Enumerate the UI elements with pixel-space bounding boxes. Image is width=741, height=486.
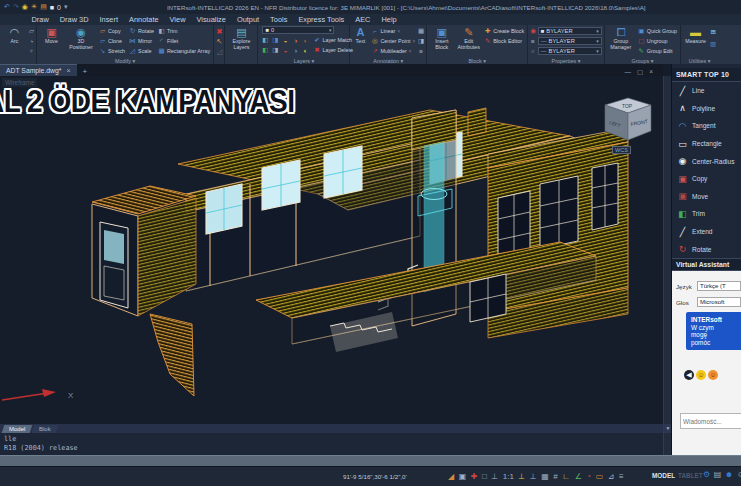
groups-small-button[interactable]: ▢ Ungroup [637, 37, 678, 45]
menu-item[interactable]: Express Tools [293, 15, 350, 24]
menu-item[interactable]: Visualize [191, 15, 231, 24]
block-small-button[interactable]: ✎ Block Editor [483, 37, 525, 45]
status-toggle-icon[interactable]: ≡ [619, 470, 624, 483]
utilities-mini-icon[interactable]: ▥ [710, 40, 716, 48]
move-button[interactable]: ▣ Move [39, 26, 64, 45]
quick-access-icon[interactable]: ☀ [31, 3, 37, 11]
smart-top10-header[interactable]: SMART TOP 10 [672, 68, 741, 82]
status-right-icon[interactable]: ⚙ [703, 470, 710, 479]
voice-select[interactable]: Microsoft [697, 297, 741, 307]
arc-extra-icon[interactable]: ▱ [29, 27, 34, 35]
layer-tool-icon[interactable]: ◒ [283, 37, 287, 44]
text-button[interactable]: A Text [352, 26, 368, 45]
wcs-label[interactable]: WCS [612, 146, 631, 154]
layer-tool-icon[interactable]: ◧ [262, 46, 268, 54]
menu-item[interactable]: AEC [350, 15, 376, 24]
smart-tool-item[interactable]: ╱ Extend [672, 223, 741, 241]
quick-access-icon[interactable]: ▤ [40, 3, 47, 11]
menu-item[interactable]: Help [376, 15, 402, 24]
model-space-toggle[interactable]: MODEL [652, 472, 675, 479]
horizontal-scrollbar[interactable] [0, 455, 741, 466]
measure-button[interactable]: ▬ Measure [683, 26, 708, 45]
property-dropdown[interactable]: —BYLAYER▾ [538, 37, 602, 45]
3d-positioner-button[interactable]: ◉ 3D Positioner [66, 26, 96, 51]
smiley-orange-icon[interactable]: ☺ [708, 370, 718, 380]
status-toggle-icon[interactable]: ▣ [459, 470, 467, 483]
menu-item[interactable]: Insert [94, 15, 123, 24]
table-tool-icon[interactable]: ≡ [419, 48, 423, 55]
status-right-icon[interactable]: ☺ [737, 470, 741, 479]
table-tool-icon[interactable]: ▦ [418, 27, 424, 35]
group-manager-button[interactable]: ⧠ Group Manager [607, 26, 635, 51]
groups-small-button[interactable]: ▣ Quick Group [637, 27, 678, 35]
smart-tool-item[interactable]: ╱ Line [672, 82, 741, 100]
modify-small-button[interactable]: ▱ Copy [98, 27, 126, 35]
status-right-icon[interactable]: ▤ [714, 470, 722, 479]
status-toggle-icon[interactable]: □ [482, 470, 487, 483]
quick-access-icon[interactable]: 0 [57, 4, 61, 11]
misc-tool-icon[interactable]: ✖ [216, 27, 222, 36]
utilities-mini-icon[interactable]: ⊞ [710, 28, 715, 36]
language-select[interactable]: Türkçe (T [697, 281, 741, 291]
smart-tool-item[interactable]: ◉ Center-Radius [672, 152, 741, 170]
layer-tool-icon[interactable]: ◑ [293, 37, 297, 44]
command-window[interactable]: Model Blok lle R18 (2004) release [0, 424, 663, 455]
misc-tool-icon[interactable]: ◿ [216, 47, 222, 56]
smart-tool-item[interactable]: ▣ Copy [672, 170, 741, 188]
block-big-button[interactable]: ✎ Edit Attributes [456, 26, 481, 51]
status-toggle-icon[interactable]: ◢ [448, 470, 454, 483]
status-toggle-icon[interactable]: ◔ [586, 470, 591, 483]
quick-access-icon[interactable]: ■ [50, 4, 54, 11]
tablet-toggle[interactable]: TABLET [678, 472, 703, 479]
canvas-vertical-scrollbar[interactable]: ▼ [663, 76, 671, 455]
smart-tool-item[interactable]: ∧ Polyline [672, 100, 741, 118]
properties-mini-icon[interactable]: ≡ [531, 48, 535, 55]
menu-item[interactable]: View [164, 15, 191, 24]
modify-small-button[interactable]: ◜ Fillet [157, 37, 211, 45]
property-dropdown[interactable]: ■BYLAYER▾ [538, 27, 602, 35]
command-history[interactable]: lle R18 (2004) release [0, 433, 663, 454]
menu-item[interactable]: Draw 3D [54, 15, 94, 24]
smart-tool-item[interactable]: ▣ Move [672, 188, 741, 206]
modify-small-button[interactable]: ▱ Clone [98, 37, 126, 45]
new-tab-button[interactable]: + [77, 67, 94, 76]
arc-button[interactable]: ◠ Arc [2, 26, 27, 45]
properties-mini-icon[interactable]: ≡ [531, 38, 535, 45]
status-toggle-icon[interactable]: ∟ [562, 470, 570, 483]
layer-tool-icon[interactable]: ◐ [303, 37, 307, 44]
status-toggle-icon[interactable]: ∠ [575, 470, 582, 483]
layer-tool-icon[interactable]: ◒ [283, 47, 287, 54]
table-tool-icon[interactable]: ◨ [418, 37, 424, 45]
modify-small-button[interactable]: ◿ Scale [128, 47, 155, 55]
virtual-assistant-header[interactable]: Virtual Assistant [672, 258, 741, 271]
modify-small-button[interactable]: ⋈ Mirror [128, 37, 155, 45]
window-minimize-icon[interactable]: — [625, 68, 632, 76]
status-toggle-icon[interactable]: ⊥ [491, 470, 498, 483]
smart-tool-item[interactable]: ▭ Rectangle [672, 135, 741, 153]
status-toggle-icon[interactable]: ⊿ [608, 470, 615, 483]
view-cube[interactable]: TOP LEFT FRONT [598, 96, 658, 144]
explore-layers-button[interactable]: ▤ Explore Layers [227, 26, 255, 51]
status-toggle-icon[interactable]: # [553, 470, 557, 483]
modify-small-button[interactable]: ↘ Stretch [98, 47, 126, 55]
tab-close-icon[interactable]: × [66, 67, 70, 74]
status-toggle-icon[interactable]: ⊥ [530, 470, 537, 483]
smart-tool-item[interactable]: ◠ Tangent [672, 117, 741, 135]
modify-small-button[interactable]: ◧ Trim [157, 27, 211, 35]
assistant-message-input[interactable] [680, 413, 741, 429]
smart-tool-item[interactable]: ↻ Rotate [672, 240, 741, 258]
property-dropdown[interactable]: —BYLAYER▾ [538, 47, 602, 55]
annotation-small-button[interactable]: ◎ Center Point▾ [370, 37, 416, 45]
arc-extra-icon[interactable]: ▾ [30, 47, 33, 55]
quick-access-icon[interactable]: ▾ [64, 3, 68, 11]
menu-item[interactable]: Annotate [123, 15, 164, 24]
arc-extra-icon[interactable]: ◔ [30, 38, 34, 45]
properties-mini-icon[interactable]: ◉ [530, 27, 536, 35]
block-big-button[interactable]: ▣ Insert Block [429, 26, 454, 51]
drawing-canvas[interactable]: Wireframe AL 2 ÖDE KAMPANYASI TOP LEFT F… [0, 76, 663, 424]
block-small-button[interactable]: ✚ Create Block [483, 27, 525, 35]
status-toggle-icon[interactable]: ⊥ [518, 470, 525, 483]
menu-item[interactable]: Output [231, 15, 264, 24]
status-toggle-icon[interactable]: ▦ [541, 470, 549, 483]
speaker-icon[interactable]: ◀ [684, 370, 694, 380]
